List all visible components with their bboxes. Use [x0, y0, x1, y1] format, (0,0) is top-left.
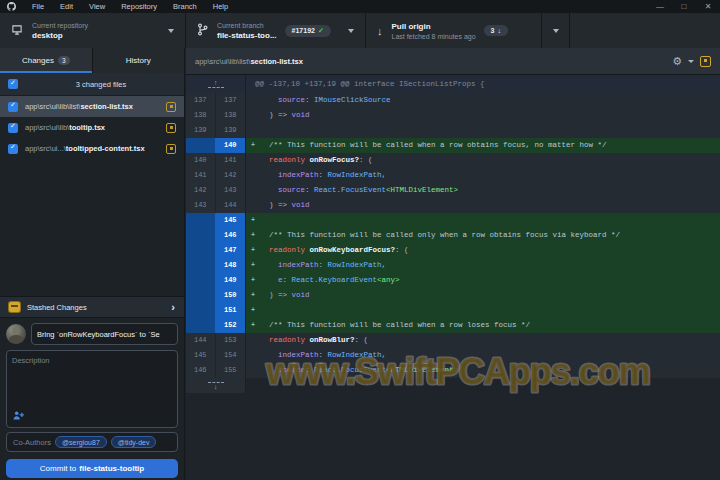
chevron-right-icon: › [171, 302, 175, 312]
modified-status-icon [166, 144, 176, 154]
check-icon: ✓ [318, 27, 324, 35]
diff-line-context[interactable]: 145154 indexPath: RowIndexPath, [186, 348, 720, 363]
diff-line-added[interactable]: 149+ e: React.KeyboardEvent<any> [186, 273, 720, 288]
diff-line-added[interactable]: 152+ /** This function will be called wh… [186, 318, 720, 333]
diff-line-context[interactable]: 138138 ) => void [186, 108, 720, 123]
diff-line-context[interactable]: 142143 source: React.FocusEvent<HTMLDivE… [186, 183, 720, 198]
menu-branch[interactable]: Branch [165, 0, 205, 13]
file-checkbox[interactable] [8, 144, 18, 154]
modified-status-icon [700, 56, 711, 67]
changes-sidebar: Changes3History 3 changed files app\src\… [0, 48, 185, 480]
file-path: app\src\ui\lib\list\ [25, 102, 80, 111]
modified-status-icon [166, 123, 176, 133]
git-branch-icon [197, 22, 208, 40]
maximize-button[interactable]: □ [672, 0, 696, 13]
diff-line-added[interactable]: 146+ /** This function will be called on… [186, 228, 720, 243]
commit-button[interactable]: Commit tofile-status-tooltip [6, 459, 178, 478]
chevron-down-icon [348, 29, 354, 33]
github-logo-icon [7, 2, 16, 11]
stashed-changes-label: Stashed Changes [27, 303, 87, 312]
select-all-checkbox[interactable] [8, 79, 18, 89]
description-placeholder: Description [12, 356, 50, 365]
commit-form: Bring `onRowKeyboardFocus` to `Se Descri… [0, 318, 184, 480]
pull-count-badge: 3↓ [484, 25, 508, 36]
coauthor-pill[interactable]: @tidy-dev [111, 436, 157, 448]
diff-line-added[interactable]: 147+ readonly onRowKeyboardFocus?: ( [186, 243, 720, 258]
branch-name: file-status-too... [217, 31, 277, 40]
diff-line-added[interactable]: 145+ [186, 213, 720, 228]
diff-line-context[interactable]: 143144 ) => void [186, 198, 720, 213]
modified-status-icon [166, 102, 176, 112]
coauthors-field[interactable]: Co-Authors @sergiou87@tidy-dev [6, 432, 178, 452]
files-count-label: 3 changed files [18, 80, 184, 89]
coauthors-label: Co-Authors [13, 438, 51, 447]
expand-up-button[interactable]: ↑ [186, 75, 246, 93]
chevron-down-icon[interactable] [688, 60, 694, 63]
menu-repository[interactable]: Repository [113, 0, 165, 13]
expand-down-button[interactable]: ↓ [186, 378, 246, 393]
hunk-header-text: @@ -137,10 +137,19 @@ interface ISection… [246, 75, 720, 93]
titlebar: FileEditViewRepositoryBranchHelp — □ ✕ [0, 0, 720, 13]
menu-file[interactable]: File [24, 0, 52, 13]
pull-origin-button[interactable]: ↓ Pull origin Last fetched 8 minutes ago… [366, 13, 542, 48]
file-path: app\src\ui...\ [25, 144, 66, 153]
arrow-down-icon: ↓ [377, 25, 383, 37]
hunk-header: ↑ @@ -137,10 +137,19 @@ interface ISecti… [186, 75, 720, 93]
chevron-down-icon [168, 29, 174, 33]
diff-line-context[interactable]: 144153 readonly onRowBlur?: ( [186, 333, 720, 348]
file-row[interactable]: app\src\ui\lib\list\section-list.tsx [0, 96, 184, 117]
current-repository-button[interactable]: Current repository desktop [0, 13, 186, 48]
pr-badge[interactable]: #17192✓ [285, 25, 331, 37]
branch-label: Current branch [217, 22, 277, 29]
file-path: app\src\ui\lib\ [25, 123, 69, 132]
file-name: section-list.tsx [80, 102, 133, 111]
diff-line-context[interactable]: 146155 source: React.FocusEvent<HTMLDivE… [186, 363, 720, 378]
file-name: tooltipped-content.tsx [66, 144, 145, 153]
diff-line-context[interactable]: 141142 indexPath: RowIndexPath, [186, 168, 720, 183]
avatar [6, 324, 26, 344]
file-row[interactable]: app\src\ui\lib\tooltip.tsx [0, 117, 184, 138]
file-name: section-list.tsx [250, 57, 303, 66]
diff-line-context[interactable]: 140141 readonly onRowFocus?: ( [186, 153, 720, 168]
menu-help[interactable]: Help [205, 0, 236, 13]
file-row[interactable]: app\src\ui...\tooltipped-content.tsx [0, 138, 184, 159]
description-textarea[interactable]: Description [6, 350, 178, 428]
diff-view: ↑ @@ -137,10 +137,19 @@ interface ISecti… [186, 75, 720, 393]
diff-panel: app\src\ui\lib\list\section-list.tsx ⚙ ↑… [186, 48, 720, 480]
tab-changes[interactable]: Changes3 [0, 48, 93, 73]
repo-label: Current repository [32, 22, 88, 29]
add-coauthor-icon[interactable] [13, 411, 24, 422]
file-path-prefix: app\src\ui\lib\list\ [195, 57, 250, 66]
pull-title: Pull origin [392, 22, 476, 31]
menu-view[interactable]: View [81, 0, 113, 13]
file-checkbox[interactable] [8, 102, 18, 112]
summary-input[interactable]: Bring `onRowKeyboardFocus` to `Se [31, 323, 178, 345]
chevron-down-icon [553, 29, 559, 33]
coauthor-pill[interactable]: @sergiou87 [55, 436, 107, 448]
current-branch-button[interactable]: Current branch file-status-too... #17192… [186, 13, 366, 48]
diff-line-added[interactable]: 148+ indexPath: RowIndexPath, [186, 258, 720, 273]
diff-line-added[interactable]: 150+ ) => void [186, 288, 720, 303]
file-name: tooltip.tsx [69, 123, 105, 132]
diff-line-added[interactable]: 151+ [186, 303, 720, 318]
menu-edit[interactable]: Edit [52, 0, 81, 13]
tab-history[interactable]: History [93, 48, 185, 73]
pull-subtitle: Last fetched 8 minutes ago [392, 33, 476, 40]
stash-icon [9, 302, 20, 312]
close-button[interactable]: ✕ [696, 0, 720, 13]
toolbar: Current repository desktop Current branc… [0, 13, 720, 48]
repo-name: desktop [32, 31, 88, 40]
diff-file-header: app\src\ui\lib\list\section-list.tsx ⚙ [186, 48, 720, 75]
gear-icon[interactable]: ⚙ [672, 55, 682, 68]
files-header[interactable]: 3 changed files [0, 73, 184, 96]
file-checkbox[interactable] [8, 123, 18, 133]
minimize-button[interactable]: — [648, 0, 672, 13]
diff-line-context[interactable]: 137137 source: IMouseClickSource [186, 93, 720, 108]
stashed-changes-bar[interactable]: Stashed Changes › [0, 296, 184, 318]
computer-icon [11, 22, 23, 40]
pull-dropdown-button[interactable] [542, 13, 570, 48]
diff-line-context[interactable]: 139139 [186, 123, 720, 138]
diff-line-added[interactable]: 140+ /** This function will be called wh… [186, 138, 720, 153]
